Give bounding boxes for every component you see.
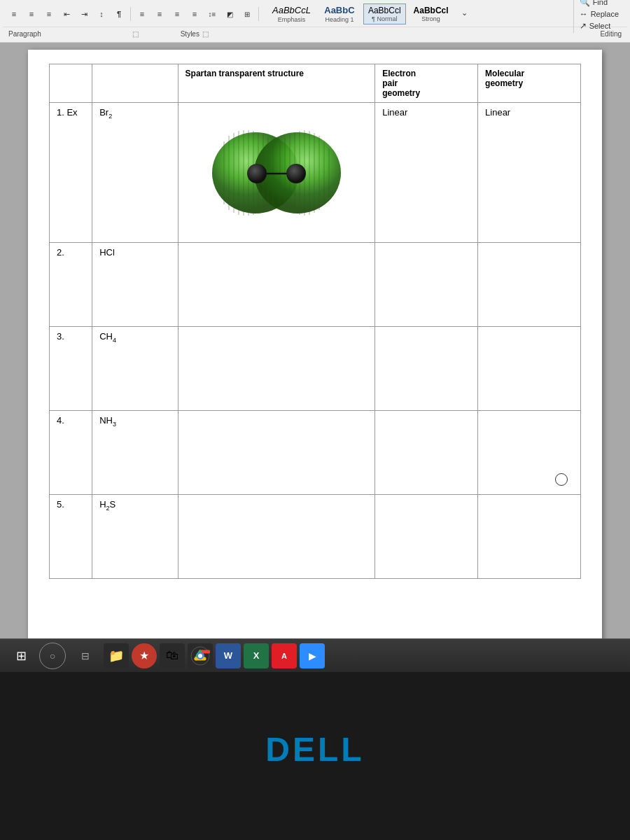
file-explorer-button[interactable]: 📁 (104, 643, 129, 668)
task-view-button[interactable]: ⊟ (70, 643, 101, 669)
paragraph-icons: ≡ ≡ ≡ ⇤ ⇥ ↕ ¶ ≡ ≡ ≡ ≡ ↕≡ ◩ ⊞ (6, 3, 572, 25)
row5-molecular (478, 495, 581, 579)
header-electron: Electronpairgeometry (375, 64, 478, 103)
row3-electron (375, 327, 478, 411)
header-formula (92, 64, 178, 103)
row5-formula: H2S (92, 495, 178, 579)
emphasis-preview: AaBbCcL (272, 5, 311, 16)
dell-logo: DELL (265, 730, 364, 769)
styles-section: AaBbCcL Emphasis AaBbC Heading 1 AaBbCcl… (262, 3, 479, 25)
search-circle-label: ○ (50, 650, 55, 662)
align-right-icon[interactable]: ≡ (169, 6, 186, 22)
chrome-icon (190, 646, 210, 666)
row5-structure (178, 495, 375, 579)
style-normal[interactable]: AaBbCcl ¶ Normal (363, 4, 406, 24)
row1-formula: Br2 (92, 103, 178, 243)
ribbon: ≡ ≡ ≡ ⇤ ⇥ ↕ ¶ ≡ ≡ ≡ ≡ ↕≡ ◩ ⊞ (0, 0, 630, 43)
paragraph-expand-icon[interactable]: ⬚ (132, 30, 139, 38)
table-row: 1. Ex Br2 (50, 103, 581, 243)
zoom-icon: ▶ (309, 650, 316, 662)
select-label: Select (589, 22, 611, 30)
justify-icon[interactable]: ≡ (186, 6, 203, 22)
table-row: 2. HCl (50, 243, 581, 327)
header-structure: Spartan transparent structure (178, 64, 375, 103)
excel-button[interactable]: X (244, 643, 269, 668)
style-emphasis[interactable]: AaBbCcL Emphasis (267, 3, 316, 25)
ribbon-labels: Paragraph ⬚ Styles ⬚ Editing (3, 27, 627, 41)
editing-label: Editing (600, 30, 622, 38)
replace-icon: ↔ (580, 9, 588, 19)
table-header-row: Spartan transparent structure Electronpa… (50, 64, 581, 103)
list-numbers-icon[interactable]: ≡ (23, 6, 40, 22)
find-button[interactable]: 🔍 Find (577, 0, 622, 8)
store-icon: 🛍 (166, 648, 178, 663)
start-button[interactable]: ⊞ (6, 643, 36, 669)
br2-molecule-image (186, 117, 368, 229)
borders-icon[interactable]: ⊞ (239, 6, 255, 22)
editing-section: 🔍 Find ↔ Replace ↗ Select (573, 0, 624, 33)
multilevel-list-icon[interactable]: ≡ (41, 6, 57, 22)
settings-button[interactable]: ★ (132, 643, 157, 668)
find-label: Find (593, 0, 608, 6)
acrobat-button[interactable]: A (272, 643, 297, 668)
align-left-icon[interactable]: ≡ (134, 6, 150, 22)
search-circle-icon[interactable]: ○ (39, 643, 66, 669)
excel-icon: X (253, 650, 260, 661)
shading-icon[interactable]: ◩ (221, 6, 238, 22)
store-button[interactable]: 🛍 (160, 643, 185, 668)
mouse-cursor-circle (555, 473, 568, 486)
word-window: ≡ ≡ ≡ ⇤ ⇥ ↕ ¶ ≡ ≡ ≡ ≡ ↕≡ ◩ ⊞ (0, 0, 630, 672)
list-bullets-icon[interactable]: ≡ (6, 6, 22, 22)
document-area: Spartan transparent structure Electronpa… (0, 43, 630, 672)
word-button[interactable]: W (216, 643, 241, 668)
file-explorer-icon: 📁 (108, 648, 124, 664)
paragraph-label: Paragraph (8, 30, 41, 38)
style-heading1[interactable]: AaBbC Heading 1 (318, 3, 360, 25)
select-icon: ↗ (580, 21, 587, 31)
row3-molecular (478, 327, 581, 411)
row1-electron: Linear (375, 103, 478, 243)
normal-label: ¶ Normal (372, 15, 397, 22)
table-row: 5. H2S (50, 495, 581, 579)
row5-electron (375, 495, 478, 579)
replace-label: Replace (591, 10, 619, 18)
styles-expand-icon2[interactable]: ⬚ (202, 30, 209, 38)
row3-formula: CH4 (92, 327, 178, 411)
chrome-button[interactable] (188, 643, 213, 668)
zoom-button[interactable]: ▶ (300, 643, 325, 668)
divider1 (130, 7, 131, 21)
ribbon-top: ≡ ≡ ≡ ⇤ ⇥ ↕ ¶ ≡ ≡ ≡ ≡ ↕≡ ◩ ⊞ (3, 1, 627, 27)
settings-icon: ★ (139, 649, 149, 662)
table-row: 4. NH3 (50, 411, 581, 495)
style-strong[interactable]: AaBbCcl Strong (409, 4, 454, 24)
strong-label: Strong (421, 15, 440, 22)
increase-indent-icon[interactable]: ⇥ (76, 6, 92, 22)
row1-molecular: Linear (478, 103, 581, 243)
row3-structure (178, 327, 375, 411)
heading1-label: Heading 1 (325, 16, 354, 23)
heading1-preview: AaBbC (324, 5, 354, 16)
br2-molecule-svg (206, 120, 346, 225)
svg-point-30 (198, 654, 202, 658)
sort-icon[interactable]: ↕ (93, 6, 110, 22)
document-page[interactable]: Spartan transparent structure Electronpa… (28, 50, 602, 665)
decrease-indent-icon[interactable]: ⇤ (58, 6, 75, 22)
chemistry-table: Spartan transparent structure Electronpa… (49, 64, 581, 579)
svg-point-24 (247, 164, 267, 183)
word-icon: W (224, 650, 232, 661)
styles-expand-icon[interactable]: ⌄ (456, 4, 473, 21)
replace-button[interactable]: ↔ Replace (577, 8, 622, 20)
row4-molecular (478, 411, 581, 495)
header-num (50, 64, 92, 103)
find-icon: 🔍 (580, 0, 590, 7)
strong-preview: AaBbCcl (414, 6, 449, 15)
dell-logo-area: DELL (0, 686, 630, 812)
row5-num: 5. (50, 495, 92, 579)
align-center-icon[interactable]: ≡ (151, 6, 168, 22)
normal-preview: AaBbCcl (368, 6, 401, 15)
row4-structure (178, 411, 375, 495)
header-molecular: Moleculargeometry (478, 64, 581, 103)
pilcrow-icon[interactable]: ¶ (111, 6, 127, 22)
table-row: 3. CH4 (50, 327, 581, 411)
line-spacing-icon[interactable]: ↕≡ (204, 6, 220, 22)
